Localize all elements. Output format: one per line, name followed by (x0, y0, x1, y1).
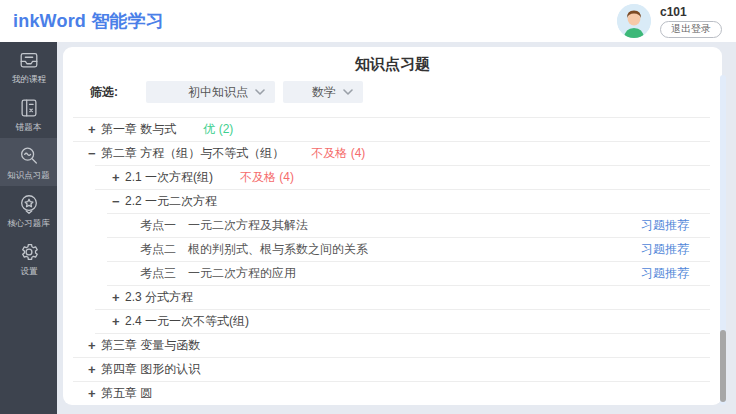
collapse-icon[interactable]: − (112, 195, 125, 208)
collapse-icon[interactable]: − (88, 147, 101, 160)
sidebar-item-label: 核心习题库 (7, 218, 50, 228)
user-area: c101 退出登录 (617, 4, 722, 38)
tree-row-chapter1[interactable]: + 第一章 数与式 优 (2) (63, 117, 722, 141)
sidebar-item-wrong-book[interactable]: 错题本 (0, 90, 57, 138)
tree-row-testpoint-1[interactable]: 考点一 一元二次方程及其解法 习题推荐 (63, 213, 722, 237)
sidebar-item-core-library[interactable]: 核心习题库 (0, 186, 57, 234)
chapter-title: 第二章 方程（组）与不等式（组） (101, 145, 284, 162)
knowledge-exercises-panel: 知识点习题 筛选: 初中知识点 数学 + 第一章 数与式 优 (2) (63, 47, 722, 405)
tree-row-chapter5[interactable]: + 第五章 圆 (63, 381, 722, 405)
chapter-title: 第一章 数与式 (101, 121, 176, 138)
tree-row-chapter4[interactable]: + 第四章 图形的认识 (63, 357, 722, 381)
testpoint-title: 考点三 一元二次方程的应用 (140, 265, 296, 282)
testpoint-title: 考点二 根的判别式、根与系数之间的关系 (140, 241, 368, 258)
expand-icon[interactable]: + (88, 339, 101, 352)
dropdown-value: 数学 (312, 84, 336, 101)
username: c101 (660, 5, 687, 19)
page-title: 知识点习题 (63, 55, 722, 73)
expand-icon[interactable]: + (88, 387, 101, 400)
courses-icon (18, 49, 40, 71)
sidebar-item-settings[interactable]: 设置 (0, 234, 57, 282)
chapter-title: 第五章 圆 (101, 385, 152, 402)
chapter-title: 第四章 图形的认识 (101, 361, 200, 378)
tree-row-section-2-4[interactable]: + 2.4 一元一次不等式(组) (63, 309, 722, 333)
filter-label: 筛选: (90, 84, 118, 101)
section-title: 2.3 分式方程 (125, 289, 193, 306)
sidebar-item-label: 我的课程 (11, 74, 45, 84)
expand-icon[interactable]: + (112, 315, 125, 328)
expand-icon[interactable]: + (112, 171, 125, 184)
top-header: inkWord 智能学习 c101 退出登录 (0, 0, 736, 42)
section-title: 2.1 一次方程(组) (125, 169, 213, 186)
tree-row-section-2-3[interactable]: + 2.3 分式方程 (63, 285, 722, 309)
grade-knowledge-dropdown[interactable]: 初中知识点 (146, 81, 275, 103)
wrong-book-icon (18, 97, 40, 119)
tree-row-chapter2[interactable]: − 第二章 方程（组）与不等式（组） 不及格 (4) (63, 141, 722, 165)
status-badge: 优 (2) (203, 121, 233, 138)
avatar (617, 4, 651, 38)
filter-row: 筛选: 初中知识点 数学 (90, 81, 722, 103)
sidebar-item-label: 错题本 (16, 122, 42, 132)
tree-row-chapter3[interactable]: + 第三章 变量与函数 (63, 333, 722, 357)
tree-row-section-2-1[interactable]: + 2.1 一次方程(组) 不及格 (4) (63, 165, 722, 189)
tree-row-testpoint-3[interactable]: 考点三 一元二次方程的应用 习题推荐 (63, 261, 722, 285)
sidebar-item-label: 知识点习题 (7, 170, 50, 180)
status-badge: 不及格 (4) (311, 145, 365, 162)
chevron-down-icon (255, 89, 265, 95)
core-library-icon (18, 193, 40, 215)
exercise-recommend-link[interactable]: 习题推荐 (641, 217, 689, 234)
avatar-person-icon (617, 4, 651, 38)
scrollbar-thumb[interactable] (720, 330, 726, 402)
subject-dropdown[interactable]: 数学 (283, 81, 363, 103)
sidebar-item-knowledge-exercises[interactable]: 知识点习题 (0, 138, 57, 186)
status-badge: 不及格 (4) (240, 169, 294, 186)
expand-icon[interactable]: + (88, 363, 101, 376)
exercise-recommend-link[interactable]: 习题推荐 (641, 265, 689, 282)
main-content: 知识点习题 筛选: 初中知识点 数学 + 第一章 数与式 优 (2) (57, 42, 736, 414)
knowledge-search-icon (18, 145, 40, 167)
app-logo: inkWord 智能学习 (13, 9, 164, 33)
dropdown-value: 初中知识点 (188, 84, 248, 101)
sidebar-item-label: 设置 (20, 266, 37, 276)
testpoint-title: 考点一 一元二次方程及其解法 (140, 217, 308, 234)
scrollbar[interactable] (720, 75, 726, 405)
tree-row-section-2-2[interactable]: − 2.2 一元二次方程 (63, 189, 722, 213)
chapter-tree: + 第一章 数与式 优 (2) − 第二章 方程（组）与不等式（组） 不及格 (… (63, 117, 722, 405)
exercise-recommend-link[interactable]: 习题推荐 (641, 241, 689, 258)
sidebar-item-my-courses[interactable]: 我的课程 (0, 42, 57, 90)
section-title: 2.2 一元二次方程 (125, 193, 217, 210)
settings-icon (18, 241, 40, 263)
expand-icon[interactable]: + (112, 291, 125, 304)
chapter-title: 第三章 变量与函数 (101, 337, 200, 354)
tree-row-testpoint-2[interactable]: 考点二 根的判别式、根与系数之间的关系 习题推荐 (63, 237, 722, 261)
section-title: 2.4 一元一次不等式(组) (125, 313, 249, 330)
logout-button[interactable]: 退出登录 (660, 21, 722, 38)
expand-icon[interactable]: + (88, 123, 101, 136)
sidebar: 我的课程 错题本 知识点习题 核心习题库 (0, 42, 57, 414)
chevron-down-icon (343, 89, 353, 95)
